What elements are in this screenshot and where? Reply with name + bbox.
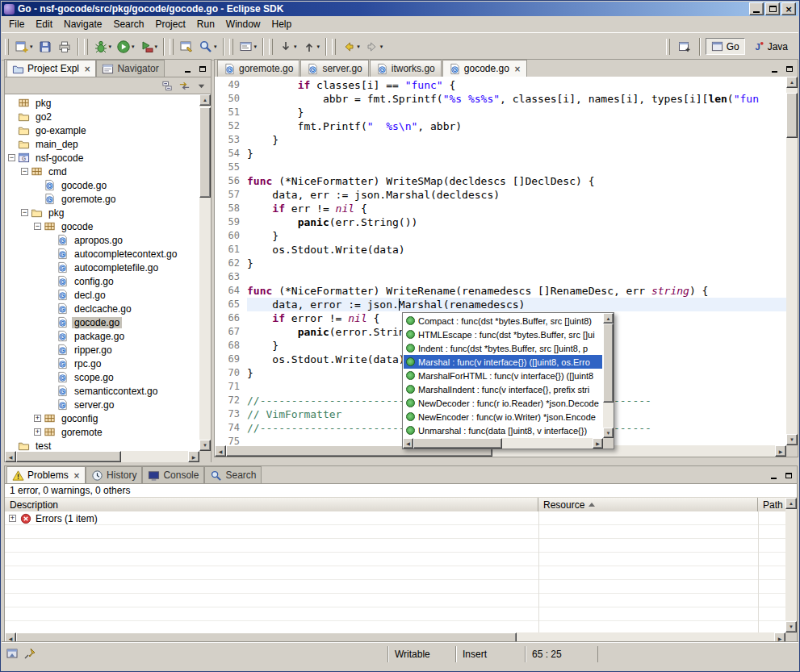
minus-expander-icon[interactable]: −	[21, 168, 28, 175]
scroll-up-icon[interactable]: ▲	[199, 94, 211, 106]
autocomplete-list[interactable]: Compact : func(dst *bytes.Buffer, src []…	[404, 314, 602, 437]
tree-vertical-scrollbar[interactable]: ▲ ▼	[199, 94, 211, 451]
tree-item-go-example[interactable]: go-example	[5, 123, 199, 137]
search-button[interactable]: ▾	[197, 38, 219, 56]
view-tab-console[interactable]: Console	[142, 466, 204, 483]
maximize-view-button[interactable]	[782, 470, 794, 481]
code-line[interactable]: 54}	[215, 147, 786, 161]
code-line[interactable]: 58 if err != nil {	[215, 202, 786, 215]
back-button[interactable]: ▾	[340, 38, 362, 56]
maximize-view-button[interactable]	[196, 64, 208, 74]
scroll-left-icon[interactable]: ◀	[5, 451, 16, 462]
tree-item-server-go[interactable]: Gserver.go	[5, 398, 199, 411]
code-line[interactable]: 61 os.Stdout.Write(data)	[215, 243, 786, 257]
view-tab-problems[interactable]: Problems×	[6, 466, 86, 483]
link-with-editor-button[interactable]	[177, 79, 191, 93]
tree-item-decl-go[interactable]: Gdecl.go	[5, 288, 199, 302]
code-line[interactable]: 53 }	[215, 133, 786, 147]
scroll-left-icon[interactable]: ◀	[403, 438, 413, 449]
scrollbar-thumb[interactable]	[603, 323, 614, 403]
view-menu-button[interactable]	[194, 79, 208, 93]
tree-item-cmd[interactable]: −cmd	[5, 165, 199, 178]
prev-annotation-button[interactable]: ▾	[300, 38, 322, 56]
tree-item-pkg[interactable]: pkg	[5, 96, 199, 110]
scroll-right-icon[interactable]: ▶	[775, 445, 786, 457]
plus-expander-icon[interactable]: +	[9, 515, 16, 522]
tree-item-declcache-go[interactable]: Gdeclcache.go	[5, 302, 199, 315]
code-line[interactable]: 56func (*NiceFormatter) WriteSMap(declde…	[215, 174, 786, 188]
code-line[interactable]: 64func (*NiceFormatter) WriteRename(rena…	[215, 284, 786, 298]
tree-horizontal-scrollbar[interactable]: ◀ ▶	[5, 451, 199, 462]
problems-row[interactable]: +Errors (1 item)	[5, 511, 785, 525]
tree-item-main-dep[interactable]: main_dep	[5, 137, 199, 151]
editor-tab-server-go[interactable]: Gserver.go	[300, 60, 368, 77]
next-annotation-button[interactable]: ▾	[277, 38, 299, 56]
editor-tab-gocode-go[interactable]: Ggocode.go×	[442, 60, 527, 77]
code-line[interactable]: 62}	[215, 257, 786, 270]
tree-item-gocode[interactable]: −gocode	[5, 219, 199, 233]
tree-item-goremote-go[interactable]: Ggoremote.go	[5, 192, 199, 206]
tree-item-goremote[interactable]: +goremote	[5, 425, 199, 439]
scroll-down-icon[interactable]: ▼	[199, 440, 211, 451]
tree-item-semanticcontext-go[interactable]: Gsemanticcontext.go	[5, 384, 199, 398]
scrollbar-thumb[interactable]	[199, 107, 211, 198]
tree-item-apropos-go[interactable]: Gapropos.go	[5, 233, 199, 247]
menu-file[interactable]: File	[3, 17, 30, 31]
code-line[interactable]: 59 panic(err.String())	[215, 215, 786, 229]
run-button[interactable]: ▾	[115, 38, 136, 56]
new-wizard-button[interactable]: ▾	[13, 38, 35, 56]
code-line[interactable]: 49 if classes[i] == "func" {	[215, 78, 786, 92]
autocomplete-item[interactable]: MarshalIndent : func(v interface{}, pref…	[404, 382, 602, 396]
scroll-left-icon[interactable]: ◀	[215, 445, 226, 457]
minimize-button[interactable]	[749, 2, 764, 15]
view-tab-project-expl[interactable]: Project Expl×	[6, 60, 96, 77]
autocomplete-item[interactable]: HTMLEscape : func(dst *bytes.Buffer, src…	[404, 328, 602, 341]
tree-item-rpc-go[interactable]: Grpc.go	[5, 357, 199, 370]
tree-item-gocode-go[interactable]: Ggocode.go	[5, 178, 199, 192]
scroll-right-icon[interactable]: ▶	[188, 451, 199, 462]
column-header-resource[interactable]: Resource	[538, 498, 758, 512]
problems-vertical-scrollbar[interactable]: ▲ ▼	[785, 498, 797, 632]
code-line[interactable]: 50 abbr = fmt.Sprintf("%s %s%s", classes…	[215, 92, 786, 106]
tree-item-nsf-gocode[interactable]: −Gnsf-gocode	[5, 151, 199, 165]
code-line[interactable]: 51 }	[215, 106, 786, 119]
code-line[interactable]: 57 data, err := json.Marshal(decldescs)	[215, 188, 786, 202]
autocomplete-item[interactable]: Unmarshal : func(data []uint8, v interfa…	[404, 424, 602, 437]
menu-run[interactable]: Run	[191, 17, 220, 31]
menu-project[interactable]: Project	[149, 17, 191, 31]
open-perspective-button[interactable]	[676, 38, 693, 56]
scroll-down-icon[interactable]: ▼	[603, 428, 614, 438]
view-tab-search[interactable]: Search	[204, 466, 262, 483]
view-tab-navigator[interactable]: Navigator	[96, 60, 164, 77]
maximize-view-button[interactable]	[783, 64, 795, 74]
menu-edit[interactable]: Edit	[30, 17, 58, 31]
title-bar[interactable]: Go - nsf-gocode/src/pkg/gocode/gocode.go…	[2, 2, 798, 16]
code-line[interactable]: 52 fmt.Printf(" %s\n", abbr)	[215, 119, 786, 133]
plus-expander-icon[interactable]: +	[34, 415, 41, 422]
popup-vertical-scrollbar[interactable]: ▲ ▼	[603, 313, 614, 438]
scroll-up-icon[interactable]: ▲	[786, 77, 798, 88]
menu-navigate[interactable]: Navigate	[58, 17, 107, 31]
tree-item-package-go[interactable]: Gpackage.go	[5, 329, 199, 343]
project-tree[interactable]: pkggo2go-examplemain_dep−Gnsf-gocode−cmd…	[5, 96, 199, 451]
minus-expander-icon[interactable]: −	[8, 154, 15, 161]
editor-tab-itworks-go[interactable]: Gitworks.go	[370, 60, 442, 77]
tree-item-go2[interactable]: go2	[5, 110, 199, 123]
menu-search[interactable]: Search	[107, 17, 149, 31]
editor-vertical-scrollbar[interactable]: ▲ ▼	[786, 77, 798, 445]
scroll-down-icon[interactable]: ▼	[786, 434, 798, 445]
minus-expander-icon[interactable]: −	[34, 223, 41, 230]
scrollbar-thumb[interactable]	[413, 438, 502, 449]
plus-expander-icon[interactable]: +	[34, 428, 41, 436]
minimize-view-button[interactable]	[769, 64, 781, 74]
forward-button[interactable]: ▾	[363, 38, 385, 56]
tree-item-config-go[interactable]: Gconfig.go	[5, 274, 199, 288]
scrollbar-thumb[interactable]	[16, 451, 121, 462]
perspective-go[interactable]: Go	[706, 38, 745, 55]
tree-item-test[interactable]: test	[5, 439, 199, 451]
close-tab-icon[interactable]: ×	[514, 65, 521, 73]
autocomplete-item[interactable]: MarshalForHTML : func(v interface{}) ([]…	[404, 369, 602, 382]
code-line[interactable]: 63	[215, 270, 786, 284]
code-line[interactable]: 60 }	[215, 229, 786, 243]
maximize-button[interactable]	[765, 2, 780, 15]
